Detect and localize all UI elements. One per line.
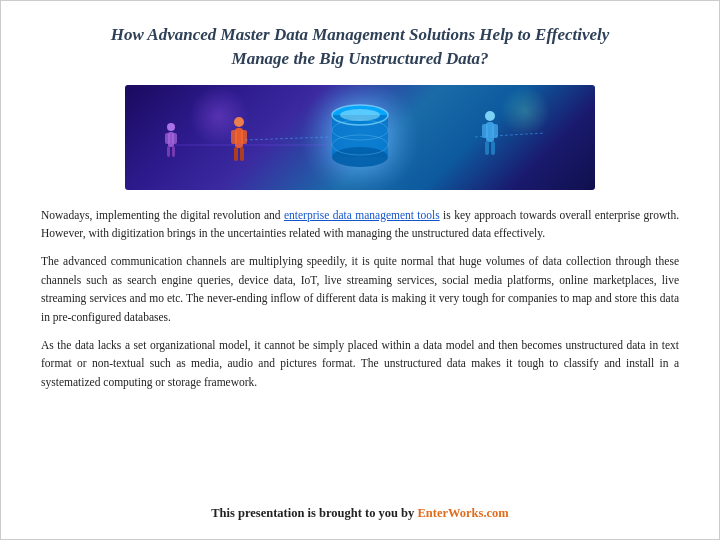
- connection-lines: [125, 85, 595, 190]
- footer-area: This presentation is brought to you by E…: [41, 503, 679, 521]
- hero-image: [125, 85, 595, 190]
- footer-brand: EnterWorks.com: [417, 506, 508, 520]
- enterprise-data-link[interactable]: enterprise data management tools: [284, 209, 440, 221]
- hero-image-inner: [125, 85, 595, 190]
- slide-container: How Advanced Master Data Management Solu…: [0, 0, 720, 540]
- footer-label: This presentation is brought to you by: [211, 506, 417, 520]
- paragraph-3: As the data lacks a set organizational m…: [41, 336, 679, 391]
- para1-before-link: Nowadays, implementing the digital revol…: [41, 209, 284, 221]
- paragraph-2: The advanced communication channels are …: [41, 252, 679, 326]
- svg-line-26: [475, 133, 545, 137]
- main-title: How Advanced Master Data Management Solu…: [41, 23, 679, 71]
- footer-text: This presentation is brought to you by E…: [211, 506, 509, 520]
- paragraph-1: Nowadays, implementing the digital revol…: [41, 206, 679, 243]
- title-area: How Advanced Master Data Management Solu…: [41, 23, 679, 71]
- svg-line-25: [245, 137, 330, 140]
- content-area: Nowadays, implementing the digital revol…: [41, 206, 679, 497]
